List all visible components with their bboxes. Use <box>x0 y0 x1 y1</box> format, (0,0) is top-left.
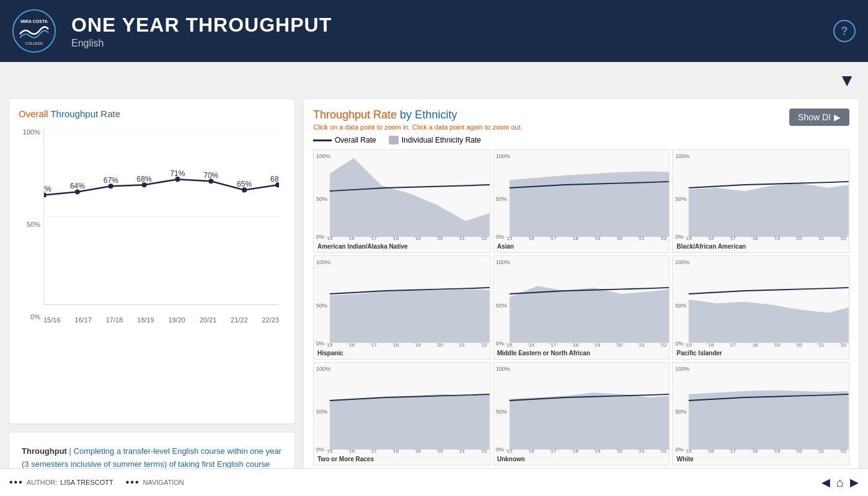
legend-individual-label: Individual Ethnicity Rate <box>402 136 481 144</box>
overall-chart-title: Overall Throughput Rate <box>19 108 285 119</box>
header-title-area: ONE YEAR THROUGHPUT English <box>71 14 332 49</box>
label-two-more: Two or More Races <box>317 456 374 463</box>
svg-point-18 <box>175 177 180 182</box>
logo-circle: MIRA COSTA COLLEGE <box>12 9 56 53</box>
svg-text:67%: 67% <box>104 176 118 185</box>
svg-point-16 <box>108 184 113 188</box>
svg-point-20 <box>242 187 247 192</box>
x-label-4: 18/19 <box>137 316 154 324</box>
y-label-100: 100% <box>19 128 40 136</box>
svg-text:68%: 68% <box>270 175 279 184</box>
footer-dots2: ••• <box>126 477 140 488</box>
mini-chart-hispanic[interactable]: 100% 50% 0% Hispanic '15'16'17'18'19'20'… <box>313 255 490 359</box>
logo-area: MIRA COSTA COLLEGE ONE YEAR THROUGHPUT E… <box>12 9 332 53</box>
mini-chart-mena[interactable]: 100% 50% 0% Middle Eastern or North Afri… <box>493 255 670 359</box>
xaxis-two: '15'16'17'18'19'20'21'22 <box>326 448 487 454</box>
label-ai-an: American Indian/Alaska Native <box>317 243 408 250</box>
svg-text:65%: 65% <box>237 180 252 188</box>
xaxis-ai: '15'16'17'18'19'20'21'22 <box>326 236 487 241</box>
ethnicity-chart-panel: Throughput Rate by Ethnicity Click on a … <box>304 99 859 484</box>
mini-chart-asian[interactable]: 100% 50% 0% Asian '15'16'17'18'19'20'21'… <box>493 149 670 253</box>
filter-icon[interactable]: ▼ <box>838 71 856 91</box>
page-header: MIRA COSTA COLLEGE ONE YEAR THROUGHPUT E… <box>0 0 868 62</box>
svg-marker-29 <box>509 392 669 450</box>
footer-dots1: ••• <box>9 477 24 488</box>
svg-text:62%: 62% <box>44 185 51 193</box>
svg-marker-25 <box>330 290 490 343</box>
x-label-3: 17/18 <box>106 316 123 324</box>
x-label-1: 15/16 <box>43 316 61 324</box>
overall-throughput-card: Overall Throughput Rate 100% 50% 0% <box>9 99 294 423</box>
mini-chart-black[interactable]: 100% 50% 0% Black/African American '15'1… <box>672 149 849 253</box>
mini-chart-two-more[interactable]: 100% 50% 0% Two or More Races '15'16'17'… <box>313 362 490 466</box>
nav-label: NAVIGATION <box>143 479 184 486</box>
throughput-label: Throughput <box>22 446 67 456</box>
main-content: Overall Throughput Rate 100% 50% 0% <box>0 99 868 490</box>
footer-left: ••• AUTHOR: LISA TRESCOTT ••• NAVIGATION <box>9 477 184 488</box>
svg-marker-27 <box>689 299 849 343</box>
xaxis-black: '15'16'17'18'19'20'21'22 <box>685 236 846 241</box>
mini-chart-pi[interactable]: 100% 50% 0% Pacific Islander '15'16'17'1… <box>672 255 849 359</box>
svg-text:64%: 64% <box>70 182 85 190</box>
xaxis-hispanic: '15'16'17'18'19'20'21'22 <box>326 342 487 348</box>
description-text: Throughput | Completing a transfer-level… <box>22 445 282 471</box>
legend-box-icon <box>389 136 399 144</box>
nav-home-button[interactable]: ⌂ <box>836 476 844 490</box>
label-asian: Asian <box>497 243 514 250</box>
svg-text:68%: 68% <box>137 175 152 184</box>
label-pi: Pacific Islander <box>676 350 722 356</box>
label-unknown: Unknown <box>497 456 525 463</box>
legend-individual: Individual Ethnicity Rate <box>389 136 481 144</box>
left-panel: Overall Throughput Rate 100% 50% 0% <box>9 99 294 484</box>
x-label-8: 22/23 <box>262 316 279 324</box>
svg-marker-28 <box>330 394 490 450</box>
legend-overall: Overall Rate <box>313 136 376 144</box>
footer-nav: ◀ ⌂ ▶ <box>822 476 859 490</box>
ethnicity-title-area: Throughput Rate by Ethnicity Click on a … <box>313 108 523 131</box>
svg-marker-26 <box>509 286 669 343</box>
nav-next-button[interactable]: ▶ <box>850 476 859 489</box>
svg-text:MIRA COSTA: MIRA COSTA <box>20 19 48 24</box>
svg-text:COLLEGE: COLLEGE <box>25 42 43 45</box>
show-di-label: Show DI <box>798 112 831 122</box>
nav-prev-button[interactable]: ◀ <box>822 476 830 489</box>
x-label-6: 20/21 <box>200 316 217 324</box>
svg-point-17 <box>142 182 147 187</box>
mini-chart-white[interactable]: 100% 50% 0% White '15'16'17'18'19'20'21'… <box>672 362 849 466</box>
svg-point-15 <box>75 189 80 194</box>
svg-text:70%: 70% <box>203 171 218 180</box>
xaxis-unknown: '15'16'17'18'19'20'21'22 <box>506 448 667 454</box>
xaxis-mena: '15'16'17'18'19'20'21'22 <box>506 342 667 348</box>
y-label-50: 50% <box>19 221 40 228</box>
overall-line-chart[interactable]: 62% 64% 67% 68% 71% 70% 65% 68% <box>43 128 279 305</box>
svg-marker-22 <box>330 158 490 237</box>
xaxis-pi: '15'16'17'18'19'20'21'22 <box>685 342 846 348</box>
toolbar: ▼ <box>0 62 868 99</box>
show-di-button[interactable]: Show DI ▶ <box>789 108 849 126</box>
svg-point-19 <box>208 179 213 184</box>
mini-chart-ai-an[interactable]: 100% 50% 0% American Indian/Alaska Nativ… <box>313 149 490 253</box>
mini-chart-unknown[interactable]: 100% 50% 0% Unknown '15'16'17'18'19'20'2… <box>493 362 670 466</box>
label-mena: Middle Eastern or North African <box>497 350 590 356</box>
legend-overall-label: Overall Rate <box>335 136 376 144</box>
author-label: AUTHOR: <box>27 479 58 486</box>
y-label-0: 0% <box>19 313 40 321</box>
xaxis-asian: '15'16'17'18'19'20'21'22 <box>506 236 667 241</box>
svg-marker-23 <box>509 171 669 237</box>
label-hispanic: Hispanic <box>317 350 343 356</box>
ethnicity-chart-title: Throughput Rate by Ethnicity <box>313 108 523 122</box>
overall-chart-area: 100% 50% 0% 62% <box>19 125 285 324</box>
help-button[interactable]: ? <box>833 20 856 42</box>
legend-line-icon <box>313 140 332 141</box>
mini-charts-grid: 100% 50% 0% American Indian/Alaska Nativ… <box>313 149 849 466</box>
label-black: Black/African American <box>676 243 746 250</box>
svg-rect-0 <box>14 11 55 51</box>
page-title: ONE YEAR THROUGHPUT <box>71 14 332 37</box>
label-white: White <box>676 456 693 463</box>
ethnicity-subtitle: Click on a data point to zoom in. Click … <box>313 123 523 131</box>
footer: ••• AUTHOR: LISA TRESCOTT ••• NAVIGATION… <box>0 468 868 496</box>
ethnicity-header: Throughput Rate by Ethnicity Click on a … <box>313 108 849 131</box>
x-label-7: 21/22 <box>231 316 248 324</box>
page-subtitle: English <box>71 38 332 49</box>
chart-legend: Overall Rate Individual Ethnicity Rate <box>313 136 849 144</box>
